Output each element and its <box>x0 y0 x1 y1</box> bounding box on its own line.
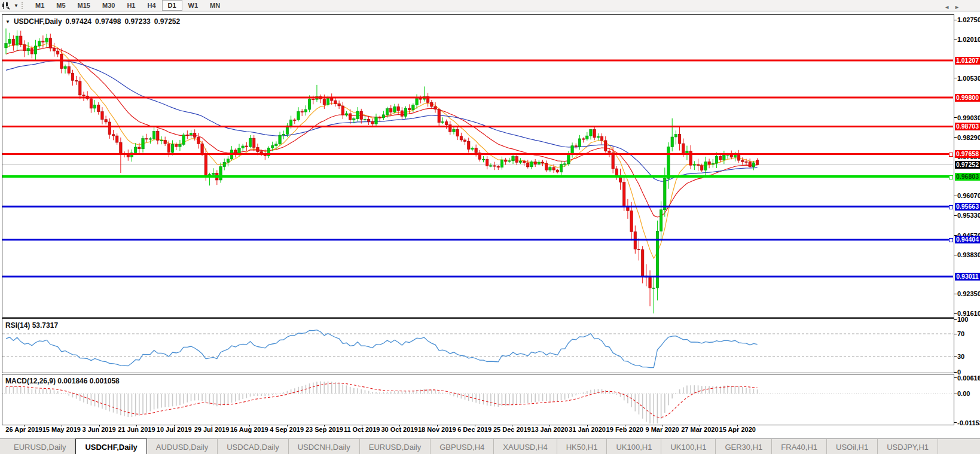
ohlc-low: 0.97233 <box>124 17 150 26</box>
chart-tab-eurusd-daily[interactable]: EURUSD,Daily <box>5 439 75 454</box>
tab-scroll-arrows[interactable]: ◄► <box>944 4 964 10</box>
chart-tab-usoil-h1[interactable]: USOil,H1 <box>827 439 878 454</box>
date-axis-label: 3 Jun 2019 <box>82 426 115 433</box>
price-axis-tick <box>954 39 957 39</box>
rsi-axis-tick <box>954 372 957 373</box>
rsi-axis-tick <box>954 357 957 357</box>
price-axis-label: 1.02010 <box>957 36 980 43</box>
price-axis-label: 1.00530 <box>957 75 980 82</box>
price-line-label[interactable]: 0.94404 <box>955 236 980 243</box>
timeframe-button-w1[interactable]: W1 <box>182 0 204 11</box>
price-line-label[interactable]: 1.01207 <box>955 57 980 65</box>
date-axis-label: 26 Apr 2019 <box>5 426 42 433</box>
price-line-label[interactable]: 0.99800 <box>955 94 980 102</box>
date-axis-label: 15 Apr 2020 <box>719 426 756 433</box>
date-axis-label: 4 Sep 2019 <box>270 426 304 433</box>
line-drag-handle[interactable] <box>949 238 953 242</box>
symbol-header: ▼ USDCHF,Daily 0.97424 0.97498 0.97233 0… <box>5 17 180 26</box>
tab-scroll-left-icon[interactable]: ◄ <box>944 4 954 10</box>
date-axis-label: 25 Dec 2019 <box>493 426 531 433</box>
rsi-axis-label: 100 <box>957 316 980 323</box>
rsi-axis-label: 70 <box>957 330 980 337</box>
price-axis-tick <box>954 255 957 255</box>
rsi-axis-label: 30 <box>957 353 980 360</box>
chart-tab-audusd-daily[interactable]: AUDUSD,Daily <box>147 439 218 454</box>
date-axis-label: 23 Sep 2019 <box>306 426 343 433</box>
chart-tab-bar: EURUSD,DailyUSDCHF,DailyAUDUSD,DailyUSDC… <box>0 438 980 454</box>
symbol-label: USDCHF,Daily <box>14 17 62 26</box>
timeframe-button-m1[interactable]: M1 <box>29 0 50 11</box>
price-axis-label: 0.93830 <box>957 251 980 258</box>
chart-tab-uk100-h1[interactable]: UK100,H1 <box>661 439 716 454</box>
price-axis-tick <box>954 20 957 20</box>
date-axis-label: 13 Jan 2020 <box>531 426 568 433</box>
tab-scroll-right-icon[interactable]: ► <box>954 4 964 10</box>
date-axis-label: 27 Mar 2020 <box>681 426 718 433</box>
price-axis-tick <box>954 313 957 314</box>
chart-tab-usdjpy-h1[interactable]: USDJPY,H1 <box>878 439 938 454</box>
chart-tab-uk100-h1[interactable]: UK100,H1 <box>607 439 661 454</box>
macd-axis-tick <box>954 394 957 394</box>
timeframe-button-m15[interactable]: M15 <box>72 0 96 11</box>
date-axis-label: 6 Dec 2019 <box>457 426 491 433</box>
rsi-pane[interactable] <box>2 318 954 373</box>
macd-axis-label: 0.00 <box>957 390 980 397</box>
timeframe-toolbar: ▼ M1M5M15M30H1H4D1W1MN <box>0 0 980 11</box>
chart-tab-xauusd-h4[interactable]: XAUUSD,H4 <box>494 439 557 454</box>
price-axis-tick <box>954 137 957 138</box>
ohlc-open: 0.97424 <box>66 17 91 26</box>
timeframe-button-h1[interactable]: H1 <box>121 0 141 11</box>
chart-tab-fra40-h1[interactable]: FRA40,H1 <box>772 439 827 454</box>
price-line-label[interactable]: 0.97658 <box>955 150 980 158</box>
price-axis-label: 1.02750 <box>957 16 980 23</box>
macd-axis-label: 0.006167 <box>957 374 980 382</box>
price-line-label[interactable]: 0.98703 <box>955 123 980 130</box>
date-axis-label: 30 Oct 2019 <box>381 426 417 433</box>
chart-tab-hk50-h1[interactable]: HK50,H1 <box>557 439 607 454</box>
line-drag-handle[interactable] <box>949 153 953 157</box>
timeframe-button-h4[interactable]: H4 <box>141 0 161 11</box>
price-line-label[interactable]: 0.96803 <box>955 173 980 181</box>
price-axis-label: 0.95330 <box>957 212 980 219</box>
chart-tab-gbpusd-h4[interactable]: GBPUSD,H4 <box>431 439 494 454</box>
price-axis-tick <box>954 117 957 118</box>
toolbar-grip <box>22 2 26 9</box>
rsi-axis-tick <box>954 319 957 320</box>
price-axis-label: 0.99030 <box>957 114 980 121</box>
line-drag-handle[interactable] <box>949 175 953 179</box>
chart-tab-ger30-h1[interactable]: GER30,H1 <box>716 439 772 454</box>
current-price-label: 0.97252 <box>955 161 980 169</box>
price-chart-pane[interactable] <box>2 14 954 318</box>
date-axis-label: 18 Nov 2019 <box>418 426 456 433</box>
timeframe-button-m30[interactable]: M30 <box>96 0 121 11</box>
chart-tab-usdcnh-daily[interactable]: USDCNH,Daily <box>289 439 360 454</box>
timeframe-button-m5[interactable]: M5 <box>50 0 71 11</box>
timeframe-button-mn[interactable]: MN <box>204 0 226 11</box>
chart-tab-usdcad-daily[interactable]: USDCAD,Daily <box>218 439 288 454</box>
price-line-label[interactable]: 0.95663 <box>955 203 980 211</box>
macd-pane[interactable] <box>2 374 954 425</box>
collapse-icon[interactable]: ▼ <box>5 19 10 25</box>
chevron-down-icon[interactable]: ▼ <box>12 3 20 8</box>
date-axis-label: 29 Jul 2019 <box>194 426 230 433</box>
date-axis-label: 16 Aug 2019 <box>230 426 268 433</box>
price-line-label[interactable]: 0.93011 <box>955 273 980 281</box>
line-drag-handle[interactable] <box>949 205 953 209</box>
macd-axis-tick <box>954 377 957 378</box>
price-axis-label: 0.92350 <box>957 290 980 297</box>
rsi-label: RSI(14) 53.7317 <box>5 321 58 330</box>
price-axis-tick <box>954 196 957 196</box>
chart-tab-eurusd-daily[interactable]: EURUSD,Daily <box>360 439 431 454</box>
ohlc-high: 0.97498 <box>95 17 121 26</box>
date-axis-label: 19 Feb 2020 <box>606 426 643 433</box>
rsi-axis-tick <box>954 334 957 334</box>
chart-tab-usdchf-daily[interactable]: USDCHF,Daily <box>75 438 146 454</box>
macd-axis-label: -0.011531 <box>957 419 980 426</box>
price-axis-tick <box>954 215 957 216</box>
chart-tool-icon[interactable] <box>0 1 12 10</box>
date-axis-label: 10 Jul 2019 <box>157 426 192 433</box>
date-axis-label: 9 Mar 2020 <box>645 426 679 433</box>
date-axis-label: 31 Jan 2020 <box>569 426 606 433</box>
macd-axis-tick <box>954 422 957 423</box>
timeframe-button-d1[interactable]: D1 <box>162 0 182 11</box>
